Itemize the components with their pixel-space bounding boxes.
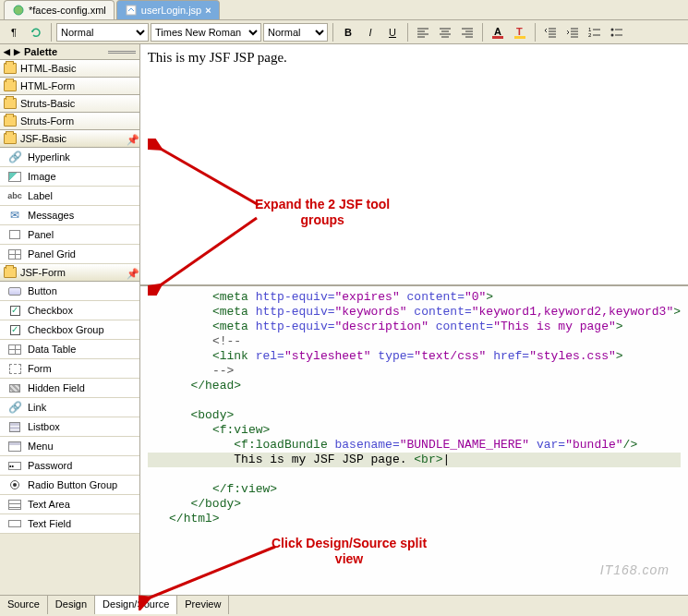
- component-icon: [7, 362, 22, 375]
- palette-item-checkbox[interactable]: Checkbox: [0, 301, 139, 320]
- collapse-arrow-icon[interactable]: ◀: [4, 47, 10, 56]
- design-body-text: This is my JSF JSP page.: [148, 50, 287, 65]
- font-family-select[interactable]: Times New Roman: [151, 23, 261, 42]
- palette-item-form[interactable]: Form: [0, 359, 139, 379]
- item-label: Panel: [28, 229, 54, 240]
- palette-item-text-area[interactable]: Text Area: [0, 495, 139, 514]
- palette-item-messages[interactable]: ✉Messages: [0, 206, 139, 225]
- bold-button[interactable]: B: [338, 22, 358, 42]
- ordered-list-button[interactable]: 12: [585, 22, 605, 42]
- group-label: JSF-Form: [20, 267, 66, 278]
- component-icon: [7, 517, 22, 530]
- component-icon: [7, 248, 22, 260]
- close-icon[interactable]: ×: [205, 5, 211, 16]
- indent-button[interactable]: [562, 22, 583, 42]
- item-label: Menu: [28, 441, 54, 452]
- font-size-select[interactable]: Normal: [263, 23, 328, 42]
- expand-arrow-icon[interactable]: ▶: [14, 47, 20, 56]
- svg-rect-3: [492, 36, 503, 39]
- component-icon: [7, 498, 22, 511]
- item-label: Label: [28, 190, 53, 201]
- component-icon: abc: [7, 189, 22, 202]
- palette-group-struts-basic[interactable]: Struts-Basic: [0, 95, 139, 113]
- paragraph-style-select[interactable]: Normal: [56, 23, 149, 42]
- svg-rect-1: [127, 6, 136, 15]
- palette-item-menu[interactable]: Menu: [0, 437, 139, 456]
- palette-group-html-basic[interactable]: HTML-Basic: [0, 60, 139, 78]
- unordered-list-button[interactable]: [607, 22, 627, 42]
- view-tab-preview[interactable]: Preview: [177, 596, 229, 614]
- align-center-button[interactable]: [435, 22, 455, 42]
- align-left-button[interactable]: [413, 22, 433, 42]
- item-label: Messages: [28, 210, 74, 221]
- palette-group-html-form[interactable]: HTML-Form: [0, 78, 139, 95]
- underline-button[interactable]: U: [382, 22, 403, 42]
- component-icon: [7, 228, 22, 241]
- align-right-button[interactable]: [457, 22, 477, 42]
- component-icon: [7, 440, 22, 453]
- item-label: Form: [28, 363, 52, 374]
- design-pane[interactable]: This is my JSF JSP page.: [140, 44, 688, 286]
- palette-item-panel[interactable]: Panel: [0, 225, 139, 245]
- watermark: IT168.com: [600, 562, 670, 577]
- formatting-toolbar: ¶ Normal Times New Roman Normal B I U A …: [0, 20, 688, 44]
- palette-item-link[interactable]: 🔗Link: [0, 398, 139, 417]
- item-label: Radio Button Group: [28, 479, 117, 490]
- palette-item-text-field[interactable]: Text Field: [0, 514, 139, 534]
- item-label: Text Area: [28, 499, 70, 510]
- component-icon: [7, 284, 22, 297]
- component-icon: [7, 323, 22, 336]
- pin-icon[interactable]: 📌: [127, 268, 136, 277]
- group-label: Struts-Form: [20, 115, 74, 127]
- palette-header: ◀ ▶ Palette: [0, 44, 139, 60]
- palette-item-data-table[interactable]: Data Table: [0, 340, 139, 359]
- palette-item-button[interactable]: Button: [0, 282, 139, 301]
- folder-icon: [4, 115, 17, 127]
- palette-group-jsf-form[interactable]: JSF-Form 📌: [0, 264, 139, 282]
- palette-item-image[interactable]: Image: [0, 167, 139, 187]
- component-icon: [7, 381, 22, 394]
- view-tab-source[interactable]: Source: [0, 596, 48, 614]
- view-tab-design-source[interactable]: Design/Source: [95, 596, 177, 614]
- folder-icon: [4, 98, 17, 109]
- folder-icon: [4, 63, 17, 74]
- item-label: Image: [28, 171, 56, 182]
- outdent-button[interactable]: [540, 22, 561, 42]
- file-tab-label: *faces-config.xml: [29, 5, 106, 16]
- svg-point-8: [611, 28, 614, 30]
- group-label: HTML-Form: [20, 80, 75, 91]
- palette-item-listbox[interactable]: Listbox: [0, 417, 139, 437]
- source-pane[interactable]: <meta http-equiv="expires" content="0"> …: [140, 286, 688, 595]
- palette-item-hidden-field[interactable]: Hidden Field: [0, 379, 139, 398]
- pin-icon[interactable]: 📌: [127, 134, 136, 143]
- svg-point-9: [611, 33, 614, 36]
- group-label: JSF-Basic: [20, 133, 66, 144]
- svg-point-0: [14, 6, 23, 15]
- highlight-color-button[interactable]: T: [510, 22, 530, 42]
- item-label: Password: [28, 460, 72, 471]
- palette-group-struts-form[interactable]: Struts-Form: [0, 113, 139, 130]
- palette-item-label[interactable]: abcLabel: [0, 187, 139, 206]
- palette-item-hyperlink[interactable]: 🔗Hyperlink: [0, 148, 139, 167]
- xml-file-icon: [12, 4, 25, 17]
- file-tab-faces-config[interactable]: *faces-config.xml: [4, 0, 115, 19]
- font-color-button[interactable]: A: [488, 22, 508, 42]
- italic-button[interactable]: I: [360, 22, 380, 42]
- palette-item-radio-button-group[interactable]: Radio Button Group: [0, 476, 139, 495]
- component-icon: [7, 420, 22, 433]
- item-label: Text Field: [28, 518, 71, 529]
- component-icon: [7, 304, 22, 317]
- palette-item-checkbox-group[interactable]: Checkbox Group: [0, 320, 139, 340]
- palette-group-jsf-basic[interactable]: JSF-Basic 📌: [0, 130, 139, 148]
- palette-item-password[interactable]: ••Password: [0, 456, 139, 476]
- palette-item-panel-grid[interactable]: Panel Grid: [0, 245, 139, 264]
- view-tab-design[interactable]: Design: [48, 596, 95, 614]
- jsp-file-icon: [125, 4, 138, 17]
- component-icon: [7, 478, 22, 491]
- item-label: Checkbox Group: [28, 324, 104, 335]
- item-label: Checkbox: [28, 305, 73, 316]
- refresh-button[interactable]: [26, 22, 46, 42]
- pilcrow-button[interactable]: ¶: [4, 22, 24, 42]
- item-label: Link: [28, 402, 46, 413]
- file-tab-userlogin[interactable]: userLogin.jsp ×: [116, 0, 220, 19]
